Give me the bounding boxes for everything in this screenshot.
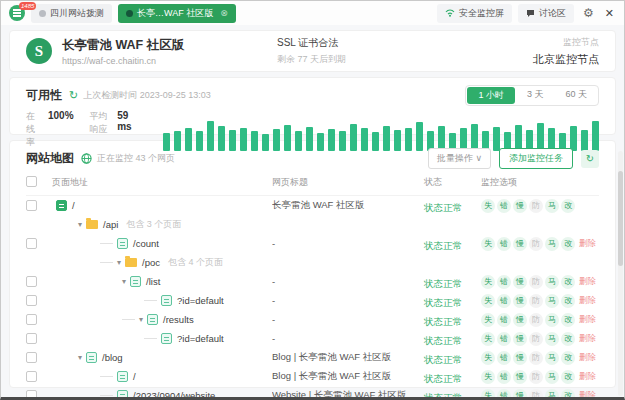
monitor-badge[interactable]: 改: [561, 294, 575, 308]
monitor-badge[interactable]: 防: [529, 275, 543, 289]
page-path[interactable]: /api: [103, 219, 118, 230]
monitor-badge[interactable]: 慢: [513, 370, 527, 384]
page-path[interactable]: /results: [163, 314, 194, 325]
monitor-badge[interactable]: 改: [561, 389, 575, 400]
refresh-icon[interactable]: ↻: [69, 90, 78, 101]
page-path[interactable]: /blog: [102, 352, 123, 363]
monitor-badge[interactable]: 失: [481, 294, 495, 308]
monitor-badge[interactable]: 失: [481, 275, 495, 289]
monitor-badge[interactable]: 失: [481, 313, 495, 327]
row-checkbox[interactable]: [26, 238, 37, 249]
monitor-badge[interactable]: 慢: [513, 332, 527, 346]
monitor-badge[interactable]: 慢: [513, 199, 527, 213]
site-url-link[interactable]: https://waf-ce.chaitin.cn: [62, 56, 277, 66]
monitor-badge[interactable]: 失: [481, 351, 495, 365]
table-refresh-button[interactable]: ↻: [581, 150, 599, 168]
monitor-badge[interactable]: 改: [561, 237, 575, 251]
monitor-badge[interactable]: 失: [481, 199, 495, 213]
monitor-badge[interactable]: 错: [497, 313, 511, 327]
monitor-badge[interactable]: 错: [497, 370, 511, 384]
select-all-checkbox[interactable]: [26, 176, 37, 187]
monitor-badge[interactable]: 改: [561, 332, 575, 346]
monitor-badge[interactable]: 错: [497, 332, 511, 346]
add-monitor-task-button[interactable]: 添加监控任务: [499, 148, 573, 169]
app-logo-icon[interactable]: 1485: [9, 5, 25, 21]
settings-gear-icon[interactable]: ⚙: [580, 7, 597, 19]
window-close-icon[interactable]: ✕: [603, 7, 616, 20]
monitor-badge[interactable]: 马: [545, 275, 559, 289]
forum-button[interactable]: 讨论区: [518, 4, 574, 23]
page-path[interactable]: /poc: [142, 257, 160, 268]
monitor-badge[interactable]: 改: [561, 351, 575, 365]
row-checkbox[interactable]: [26, 333, 37, 344]
monitor-badge[interactable]: 改: [561, 275, 575, 289]
monitor-badge[interactable]: 马: [545, 294, 559, 308]
range-60d[interactable]: 60 天: [554, 86, 598, 105]
delete-link[interactable]: 删除: [579, 371, 596, 383]
monitor-badge[interactable]: 错: [497, 237, 511, 251]
delete-link[interactable]: 删除: [579, 390, 596, 400]
delete-link[interactable]: 删除: [579, 352, 596, 364]
range-3d[interactable]: 3 天: [516, 86, 555, 105]
monitor-badge[interactable]: 防: [529, 332, 543, 346]
monitor-badge[interactable]: 马: [545, 389, 559, 400]
row-checkbox[interactable]: [26, 295, 37, 306]
row-checkbox[interactable]: [26, 200, 37, 211]
monitor-badge[interactable]: 马: [545, 313, 559, 327]
range-1h[interactable]: 1 小时: [467, 87, 515, 104]
monitor-badge[interactable]: 慢: [513, 275, 527, 289]
page-path[interactable]: /: [133, 371, 136, 382]
monitor-badge[interactable]: 慢: [513, 351, 527, 365]
monitor-badge[interactable]: 错: [497, 389, 511, 400]
tab-sichuan-site[interactable]: 四川网站拨测: [31, 4, 112, 23]
row-checkbox[interactable]: [26, 314, 37, 325]
scrollbar[interactable]: [618, 151, 623, 396]
row-checkbox[interactable]: [26, 371, 37, 382]
page-path[interactable]: /2023/0904/website: [133, 390, 215, 400]
delete-link[interactable]: 删除: [579, 295, 596, 307]
expand-caret-icon[interactable]: ▾: [139, 315, 143, 324]
security-screen-button[interactable]: 安全监控屏: [437, 4, 512, 23]
monitor-badge[interactable]: 马: [545, 237, 559, 251]
monitor-badge[interactable]: 失: [481, 389, 495, 400]
tab-close-icon[interactable]: ⊗: [220, 8, 228, 18]
row-checkbox[interactable]: [26, 390, 37, 400]
monitor-badge[interactable]: 防: [529, 351, 543, 365]
page-path[interactable]: ?id=default: [177, 333, 224, 344]
delete-link[interactable]: 删除: [579, 333, 596, 345]
row-checkbox[interactable]: [26, 352, 37, 363]
monitor-badge[interactable]: 马: [545, 199, 559, 213]
monitor-badge[interactable]: 改: [561, 370, 575, 384]
page-path[interactable]: /: [72, 200, 75, 211]
monitor-badge[interactable]: 慢: [513, 237, 527, 251]
page-path[interactable]: /count: [133, 238, 159, 249]
scrollbar-thumb[interactable]: [618, 171, 623, 266]
monitor-badge[interactable]: 马: [545, 351, 559, 365]
monitor-badge[interactable]: 防: [529, 313, 543, 327]
monitor-badge[interactable]: 错: [497, 351, 511, 365]
monitor-badge[interactable]: 失: [481, 237, 495, 251]
monitor-badge[interactable]: 慢: [513, 294, 527, 308]
delete-link[interactable]: 删除: [579, 314, 596, 326]
monitor-badge[interactable]: 错: [497, 199, 511, 213]
monitor-badge[interactable]: 慢: [513, 389, 527, 400]
delete-link[interactable]: 删除: [579, 276, 596, 288]
delete-link[interactable]: 删除: [579, 238, 596, 250]
monitor-badge[interactable]: 慢: [513, 313, 527, 327]
monitor-badge[interactable]: 马: [545, 370, 559, 384]
monitor-badge[interactable]: 失: [481, 332, 495, 346]
monitor-badge[interactable]: 防: [529, 294, 543, 308]
expand-caret-icon[interactable]: ▾: [78, 353, 82, 362]
monitor-badge[interactable]: 防: [529, 370, 543, 384]
monitor-badge[interactable]: 改: [561, 199, 575, 213]
expand-caret-icon[interactable]: ▾: [117, 258, 121, 267]
monitor-badge[interactable]: 错: [497, 294, 511, 308]
monitor-badge[interactable]: 改: [561, 313, 575, 327]
page-path[interactable]: /list: [146, 276, 160, 287]
monitor-badge[interactable]: 错: [497, 275, 511, 289]
monitor-badge[interactable]: 马: [545, 332, 559, 346]
monitor-badge[interactable]: 防: [529, 237, 543, 251]
monitor-badge[interactable]: 防: [529, 389, 543, 400]
expand-caret-icon[interactable]: ▾: [122, 277, 126, 286]
bulk-actions-dropdown[interactable]: 批量操作 ∨: [428, 148, 491, 169]
